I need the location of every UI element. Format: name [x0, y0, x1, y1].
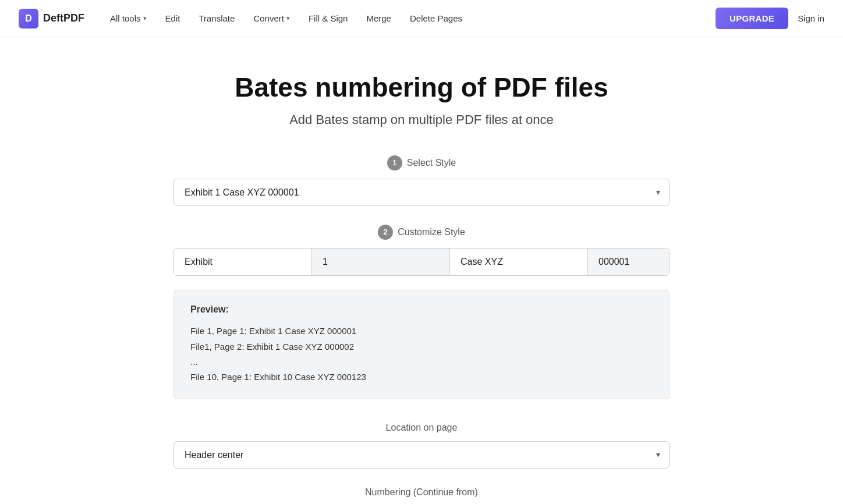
step1-badge: 1	[387, 155, 402, 171]
nav-translate[interactable]: Translate	[192, 9, 242, 28]
logo[interactable]: D DeftPDF	[19, 9, 84, 29]
step2-badge: 2	[378, 225, 393, 240]
page-title: Bates numbering of PDF files	[173, 72, 670, 103]
page-subtitle: Add Bates stamp on multiple PDF files at…	[173, 112, 670, 127]
style-select[interactable]: Exhibit 1 Case XYZ 000001 Custom Style 1…	[173, 179, 670, 206]
logo-letter: D	[25, 13, 32, 24]
nav-fill-sign[interactable]: Fill & Sign	[302, 9, 355, 28]
location-label: Location on page	[173, 423, 670, 433]
style-select-wrapper: Exhibit 1 Case XYZ 000001 Custom Style 1…	[173, 179, 670, 206]
step1-label: 1 Select Style	[173, 155, 670, 171]
location-select-wrapper: Header center Header left Header right F…	[173, 441, 670, 468]
customize-field3[interactable]	[450, 249, 587, 275]
nav-right: UPGRADE Sign in	[716, 8, 824, 29]
step2-label: 2 Customize Style	[173, 225, 670, 240]
customize-field1[interactable]	[174, 249, 311, 275]
nav-links: All tools ▾ Edit Translate Convert ▾ Fil…	[103, 9, 697, 28]
navbar: D DeftPDF All tools ▾ Edit Translate Con…	[0, 0, 843, 37]
customize-grid	[173, 248, 670, 276]
customize-field4[interactable]	[587, 249, 670, 275]
step2-text: Customize Style	[398, 227, 465, 237]
customize-field2[interactable]	[311, 249, 450, 275]
main-content: Bates numbering of PDF files Add Bates s…	[160, 37, 683, 504]
nav-delete-pages[interactable]: Delete Pages	[403, 9, 469, 28]
nav-convert[interactable]: Convert ▾	[246, 9, 297, 28]
preview-ellipsis: ...	[190, 357, 653, 367]
preview-box: Preview: File 1, Page 1: Exhibit 1 Case …	[173, 290, 670, 399]
upgrade-button[interactable]: UPGRADE	[716, 8, 788, 29]
preview-line-2: File1, Page 2: Exhibit 1 Case XYZ 000002	[190, 339, 653, 354]
chevron-down-icon: ▾	[143, 15, 147, 22]
nav-merge[interactable]: Merge	[359, 9, 398, 28]
chevron-down-icon: ▾	[286, 15, 290, 22]
nav-all-tools[interactable]: All tools ▾	[103, 9, 154, 28]
logo-box: D	[19, 9, 38, 29]
sign-in-link[interactable]: Sign in	[798, 13, 824, 23]
preview-title: Preview:	[190, 304, 653, 315]
step1-text: Select Style	[407, 158, 456, 168]
preview-line-1: File 1, Page 1: Exhibit 1 Case XYZ 00000…	[190, 323, 653, 339]
location-select[interactable]: Header center Header left Header right F…	[173, 441, 670, 468]
numbering-label: Numbering (Continue from)	[173, 487, 670, 498]
nav-edit[interactable]: Edit	[158, 9, 187, 28]
logo-text: DeftPDF	[43, 12, 84, 24]
preview-line-4: File 10, Page 1: Exhibit 10 Case XYZ 000…	[190, 369, 653, 385]
